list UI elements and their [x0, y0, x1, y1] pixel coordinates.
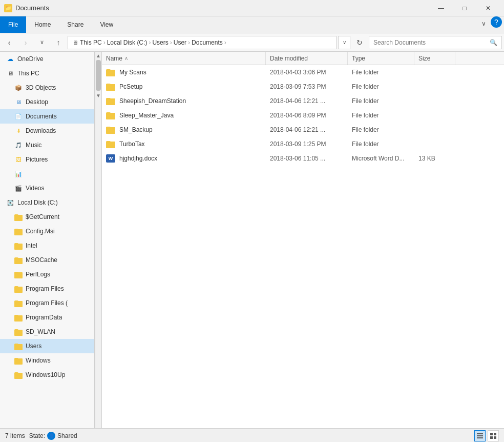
sidebar-label-desktop: Desktop: [26, 98, 48, 106]
file-size: [414, 108, 455, 122]
ribbon: File Home Share View ∨ ?: [0, 16, 504, 33]
thispc-icon: 🖥: [6, 69, 14, 77]
sidebar-item-desktop[interactable]: 🖥 Desktop: [0, 95, 94, 109]
table-row[interactable]: W hjghdjhg.docx 2018-03-06 11:05 ... Mic…: [102, 151, 504, 166]
refresh-button[interactable]: ↻: [352, 35, 367, 50]
sidebar-item-documents[interactable]: 📄 Documents: [0, 109, 94, 124]
breadcrumb-user[interactable]: User: [174, 39, 186, 46]
sidebar-item-programdata[interactable]: ProgramData: [0, 310, 94, 325]
programdata-folder-icon: [14, 313, 23, 322]
folder-icon: [106, 97, 115, 105]
col-header-size[interactable]: Size: [414, 52, 455, 65]
sidebar-item-windows10up[interactable]: Windows10Up: [0, 368, 94, 382]
view-large-icon: [490, 433, 496, 439]
state-label: State:: [29, 432, 45, 439]
tab-share[interactable]: Share: [59, 16, 92, 33]
svg-rect-5: [490, 436, 493, 439]
sidebar-label-programfilesx86: Program Files (: [26, 299, 68, 307]
search-input[interactable]: [373, 39, 488, 46]
breadcrumb-users[interactable]: Users: [152, 39, 168, 46]
expand-tree-button[interactable]: ∨: [35, 35, 49, 50]
file-type: Microsoft Word D...: [348, 151, 414, 165]
file-type: File folder: [348, 65, 414, 79]
file-date: 2018-04-06 12:21 ...: [266, 94, 348, 108]
breadcrumb-documents[interactable]: Documents: [192, 39, 223, 46]
file-name: Sleep_Master_Java: [119, 112, 174, 119]
address-bar: ‹ › ∨ ↑ 🖥 This PC › Local Disk (C:) › Us…: [0, 33, 504, 52]
table-row[interactable]: Sleep_Master_Java 2018-04-06 8:09 PM Fil…: [102, 108, 504, 123]
title-bar: 📁 Documents — □ ✕: [0, 0, 504, 16]
close-button[interactable]: ✕: [476, 0, 500, 16]
minimize-button[interactable]: —: [429, 0, 453, 16]
table-row[interactable]: Sheepish_DreamStation 2018-04-06 12:21 .…: [102, 94, 504, 108]
sidebar-label-downloads: Downloads: [26, 127, 56, 134]
ribbon-expand-button[interactable]: ∨: [476, 16, 491, 31]
file-size: [414, 123, 455, 136]
table-row[interactable]: SM_Backup 2018-04-06 12:21 ... File fold…: [102, 123, 504, 137]
folder-icon: [106, 126, 115, 134]
sidebar-item-programfilesx86[interactable]: Program Files (: [0, 296, 94, 310]
file-list: My Scans 2018-04-03 3:06 PM File folder …: [102, 65, 504, 428]
sidebar-item-localdisk[interactable]: 💽 Local Disk (C:): [0, 195, 94, 210]
sidebar-item-thispc[interactable]: 🖥 This PC: [0, 66, 94, 81]
breadcrumb-localdisk[interactable]: Local Disk (C:): [107, 39, 148, 46]
sidebar-scroll-down[interactable]: ▼: [95, 92, 102, 99]
sidebar-item-onedrive[interactable]: ☁ OneDrive: [0, 52, 94, 66]
table-row[interactable]: TurboTax 2018-03-09 1:25 PM File folder: [102, 137, 504, 151]
back-button[interactable]: ‹: [2, 35, 16, 50]
file-name: hjghdjhg.docx: [119, 155, 157, 162]
status-left: 7 items State: 👤 Shared: [5, 432, 77, 440]
view-large-button[interactable]: [488, 430, 499, 441]
up-button[interactable]: ↑: [51, 35, 66, 50]
svg-rect-6: [494, 436, 496, 439]
tab-file[interactable]: File: [0, 16, 26, 33]
col-header-date[interactable]: Date modified: [266, 52, 348, 65]
sidebar-item-3dobjects[interactable]: 📦 3D Objects: [0, 81, 94, 95]
tab-view[interactable]: View: [92, 16, 121, 33]
address-path[interactable]: 🖥 This PC › Local Disk (C:) › Users › Us…: [68, 36, 337, 49]
file-type: File folder: [348, 123, 414, 136]
sidebar-item-downloads[interactable]: ⬇ Downloads: [0, 124, 94, 138]
sidebar-item-pictures[interactable]: 🖼 Pictures: [0, 152, 94, 167]
sidebar-item-music[interactable]: 🎵 Music: [0, 138, 94, 152]
word-icon: W: [106, 154, 115, 163]
sidebar-scrollbar[interactable]: ▲ ▼: [95, 52, 102, 428]
table-row[interactable]: My Scans 2018-04-03 3:06 PM File folder: [102, 65, 504, 79]
windows10up-folder-icon: [14, 371, 23, 379]
sidebar-scrollbar-thumb[interactable]: [96, 60, 101, 91]
sidebar-item-windows[interactable]: Windows: [0, 353, 94, 368]
sidebar-item-intel[interactable]: Intel: [0, 238, 94, 253]
address-dropdown-button[interactable]: ∨: [338, 36, 350, 49]
search-box[interactable]: 🔍: [369, 36, 502, 49]
help-button[interactable]: ?: [491, 16, 502, 28]
sidebar-item-videos-special[interactable]: 📊: [0, 167, 94, 181]
forward-button[interactable]: ›: [18, 35, 33, 50]
breadcrumb-thispc[interactable]: This PC: [80, 39, 102, 46]
sidebar-item-getcurrent[interactable]: $GetCurrent: [0, 210, 94, 224]
sidebar-item-msocache[interactable]: MSOCache: [0, 253, 94, 267]
sidebar-scroll-up[interactable]: ▲: [95, 52, 102, 59]
programfilesx86-folder-icon: [14, 299, 23, 307]
table-row[interactable]: PcSetup 2018-03-09 7:53 PM File folder: [102, 79, 504, 94]
title-bar-left: 📁 Documents: [4, 4, 49, 12]
sidebar-item-configmsi[interactable]: Config.Msi: [0, 224, 94, 238]
file-size: [414, 65, 455, 79]
sidebar-item-sdwlan[interactable]: SD_WLAN: [0, 325, 94, 339]
sidebar-item-programfiles[interactable]: Program Files: [0, 282, 94, 296]
app-icon: 📁: [4, 4, 12, 12]
sidebar-label-windows10up: Windows10Up: [26, 371, 65, 378]
view-details-button[interactable]: [474, 430, 486, 441]
file-name: Sheepish_DreamStation: [119, 97, 186, 105]
col-header-type[interactable]: Type: [348, 52, 414, 65]
sidebar-item-perflogs[interactable]: PerfLogs: [0, 267, 94, 282]
sidebar-item-videos[interactable]: 🎬 Videos: [0, 181, 94, 195]
sidebar-item-users[interactable]: Users: [0, 339, 94, 353]
col-header-name[interactable]: Name ∧: [102, 52, 266, 65]
status-right: [474, 430, 499, 441]
file-type: File folder: [348, 137, 414, 151]
intel-folder-icon: [14, 242, 23, 250]
ribbon-tabs: File Home Share View ∨ ?: [0, 16, 504, 33]
tab-home[interactable]: Home: [26, 16, 59, 33]
folder-icon: [106, 140, 115, 148]
maximize-button[interactable]: □: [453, 0, 476, 16]
